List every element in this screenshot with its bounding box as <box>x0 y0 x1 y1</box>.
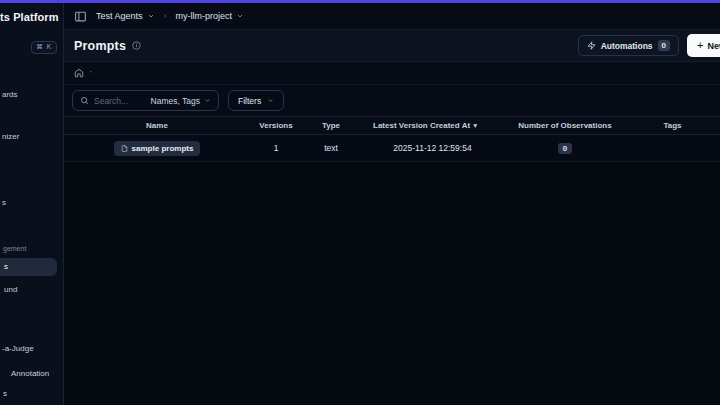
table-header-row: Name Versions Type Latest Version Create… <box>64 116 720 135</box>
sidebar-item-label: s <box>4 258 8 276</box>
plus-icon: + <box>697 40 703 51</box>
info-icon[interactable] <box>132 41 141 50</box>
new-prompt-button[interactable]: + New <box>687 34 720 57</box>
automations-count-badge: 0 <box>658 40 670 52</box>
column-header-versions[interactable]: Versions <box>250 121 302 130</box>
workspace-name: Test Agents <box>96 11 143 21</box>
zap-icon <box>587 41 596 50</box>
automations-label: Automations <box>601 41 653 51</box>
breadcrumb-separator: › <box>164 11 167 21</box>
sort-desc-icon: ▼ <box>472 122 478 129</box>
versions-cell: 1 <box>250 143 302 153</box>
column-header-number-of-observations[interactable]: Number of Observations <box>505 121 625 130</box>
breadcrumb-bar: Test Agents › my-llm-project <box>64 3 720 30</box>
sidebar-item-prompts-active[interactable]: s <box>0 258 57 276</box>
prompt-name-cell[interactable]: sample prompts <box>64 141 250 156</box>
sidebar-toggle-icon[interactable] <box>74 10 87 23</box>
search-box[interactable]: Names, Tags <box>72 90 219 111</box>
sidebar-item[interactable]: s <box>2 199 6 207</box>
app-logo-text: ts Platform <box>0 11 59 23</box>
page-title: Prompts <box>74 39 126 53</box>
latest-version-created-at-cell: 2025-11-12 12:59:54 <box>360 143 505 153</box>
filters-button[interactable]: Filters <box>228 90 284 111</box>
type-cell: text <box>302 143 360 153</box>
column-header-latest-version-created-at[interactable]: Latest Version Created At▼ <box>360 121 505 130</box>
filters-label: Filters <box>238 96 261 106</box>
chevron-down-icon <box>204 97 211 104</box>
accent-top-strip <box>0 0 720 3</box>
sidebar-item[interactable]: s <box>3 390 7 398</box>
observations-cell: 0 <box>505 143 625 154</box>
column-header-type[interactable]: Type <box>302 121 360 130</box>
search-icon <box>80 96 89 105</box>
file-text-icon <box>121 145 128 152</box>
folder-path-bar: ' <box>64 62 720 85</box>
chevron-down-icon <box>147 12 155 20</box>
project-name: my-llm-project <box>176 11 233 21</box>
page-header: Prompts Automations 0 + N <box>64 30 720 62</box>
app-window: ts Platform ⌘ K ards nizer s gement s un… <box>0 0 720 405</box>
sidebar-item-playground[interactable]: und <box>4 286 17 294</box>
sidebar-item[interactable]: nizer <box>2 133 19 141</box>
main-area: Test Agents › my-llm-project Prompts <box>64 3 720 405</box>
sidebar-item-dashboards[interactable]: ards <box>2 91 18 99</box>
home-icon[interactable] <box>74 68 84 78</box>
prompt-name-badge[interactable]: sample prompts <box>114 141 201 156</box>
prompt-name-label: sample prompts <box>132 144 194 153</box>
new-button-label: New <box>707 41 720 51</box>
chevron-down-icon <box>236 12 244 20</box>
sidebar-item-annotation[interactable]: Annotation <box>11 370 49 378</box>
table-row[interactable]: sample prompts 1 text 2025-11-12 12:59:5… <box>64 135 720 162</box>
automations-button[interactable]: Automations 0 <box>578 35 679 56</box>
command-k-shortcut-badge[interactable]: ⌘ K <box>31 41 57 54</box>
sidebar-section-label: gement <box>3 245 26 252</box>
search-scope-label: Names, Tags <box>151 96 200 106</box>
chevron-down-icon <box>267 97 274 104</box>
column-header-name[interactable]: Name <box>64 121 250 130</box>
table-empty-area <box>64 162 720 405</box>
breadcrumb-project[interactable]: my-llm-project <box>176 11 245 21</box>
path-separator: ' <box>90 69 92 78</box>
search-scope-dropdown[interactable]: Names, Tags <box>151 96 211 106</box>
table-toolbar: Names, Tags Filters <box>64 85 720 116</box>
sidebar-item-llm-as-a-judge[interactable]: -a-Judge <box>2 345 34 353</box>
column-header-tags[interactable]: Tags <box>625 121 720 130</box>
breadcrumb-workspace[interactable]: Test Agents <box>96 11 155 21</box>
observations-count-badge: 0 <box>558 143 572 154</box>
sidebar: ts Platform ⌘ K ards nizer s gement s un… <box>0 3 64 405</box>
search-input[interactable] <box>94 96 146 106</box>
